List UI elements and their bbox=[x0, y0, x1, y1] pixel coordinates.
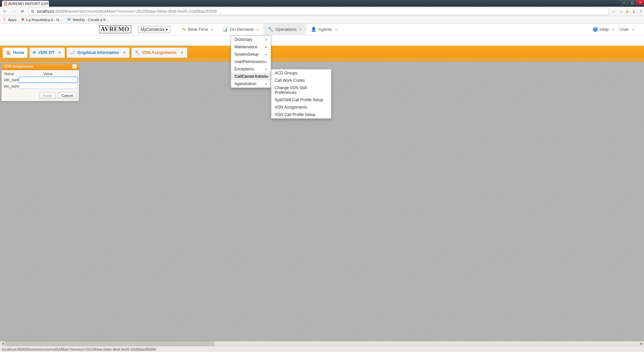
refresh-icon: ⟳ bbox=[33, 50, 36, 55]
tab-graphical-info[interactable]: 📈 Graphical Information × bbox=[67, 48, 129, 58]
menu-agentadmin[interactable]: AgentAdmin▸ bbox=[231, 80, 271, 87]
nav-operations[interactable]: 🔧 Operations▾ bbox=[263, 23, 307, 36]
horizontal-scrollbar[interactable]: ◀ ▶ bbox=[0, 341, 644, 346]
cancel-button[interactable]: Cancel bbox=[58, 92, 77, 99]
tab-favicon: A bbox=[4, 2, 7, 6]
scroll-left-arrow[interactable]: ◀ bbox=[0, 341, 5, 346]
submenu-call-work-codes[interactable]: Call Work Codes bbox=[271, 77, 331, 84]
maximize-button[interactable]: ◻ bbox=[629, 0, 636, 5]
connector-select[interactable]: MyConnector ▾ bbox=[138, 26, 171, 33]
apply-button[interactable]: Apply bbox=[39, 92, 56, 99]
logo: AVREMO bbox=[99, 25, 131, 33]
extension-icon[interactable]: ◧ bbox=[633, 9, 636, 14]
app-root: AVREMO MyConnector ▾ ⇆ Real-Time▾ 📊 On-D… bbox=[0, 23, 644, 352]
page-icon: 🗎 bbox=[31, 9, 35, 14]
url-host: localhost bbox=[37, 9, 54, 14]
menu-userpermissions[interactable]: UserPermissions▸ bbox=[231, 58, 271, 65]
home-icon: 🏠 bbox=[6, 50, 11, 55]
reload-button[interactable]: ⟳ bbox=[19, 8, 25, 14]
bookmark-item[interactable]: WWeebly - Create a fr… bbox=[67, 18, 109, 22]
panel-title: VDN Assignments bbox=[4, 64, 34, 68]
refresh-icon: ⇆ bbox=[182, 27, 186, 32]
nav-agents[interactable]: 👤 Agents▾ bbox=[306, 23, 341, 36]
url-path: :60009/avremo/cms/restful/Main?session=2… bbox=[54, 9, 217, 14]
bookmark-star-icon[interactable]: ☆ bbox=[611, 9, 616, 14]
forward-button: 🡢 bbox=[11, 8, 17, 14]
tab-title: AVREMO REPORT EXPLOR bbox=[8, 2, 49, 6]
tab-vdn-rt[interactable]: ⟳ VDN_RT × bbox=[30, 48, 65, 58]
minimize-button[interactable]: — bbox=[621, 0, 628, 5]
browser-tab[interactable]: A AVREMO REPORT EXPLOR × bbox=[2, 1, 49, 7]
person-icon: 👤 bbox=[311, 27, 316, 32]
submenu-split-skill[interactable]: Split/Skill Call Profile Setup bbox=[271, 96, 331, 104]
nav-user[interactable]: User▾ bbox=[620, 23, 634, 36]
tab-strip-divider bbox=[0, 58, 644, 62]
nav-ondemand[interactable]: 📊 On-Demand▾ bbox=[218, 23, 263, 36]
browser-chrome: A AVREMO REPORT EXPLOR × — ◻ ✕ 🡠 🡢 ⟳ 🗎 l… bbox=[0, 0, 644, 23]
wrench-icon: 🔧 bbox=[135, 50, 140, 55]
submenu-acd-groups[interactable]: ACD Groups bbox=[271, 69, 331, 77]
nav-help[interactable]: ? Help▾ bbox=[593, 23, 614, 36]
row-label: vec_num bbox=[4, 84, 19, 88]
menu-dictionary[interactable]: Dictionary▸ bbox=[231, 36, 271, 43]
close-window-button[interactable]: ✕ bbox=[637, 0, 644, 5]
callcenter-submenu: ACD Groups Call Work Codes Change VDN Sk… bbox=[271, 69, 331, 119]
close-icon[interactable]: × bbox=[72, 64, 77, 69]
tab-home[interactable]: 🏠 Home bbox=[3, 48, 28, 58]
menu-callcenteradmin[interactable]: CallCenterAdmin▸ bbox=[231, 73, 271, 80]
play-icon[interactable]: ▶ bbox=[626, 9, 629, 14]
browser-navbar: 🡠 🡢 ⟳ 🗎 localhost:60009/avremo/cms/restf… bbox=[0, 7, 644, 16]
menu-systemsetup[interactable]: SystemSetup▸ bbox=[231, 51, 271, 58]
row-label: vdn_num bbox=[4, 78, 19, 82]
status-bar: localhost:60009/avremo/cms/restful/Main?… bbox=[0, 346, 644, 352]
top-nav: AVREMO MyConnector ▾ ⇆ Real-Time▾ 📊 On-D… bbox=[0, 23, 644, 36]
nav-realtime[interactable]: ⇆ Real-Time▾ bbox=[177, 23, 217, 36]
tab-vdn-assignments[interactable]: 🔧 VDN Assignments × bbox=[131, 48, 187, 58]
scroll-thumb[interactable] bbox=[5, 341, 214, 346]
close-icon[interactable]: × bbox=[58, 50, 61, 55]
vdn-num-input[interactable] bbox=[19, 77, 77, 82]
operations-menu: Dictionary▸ Maintenance▸ SystemSetup▸ Us… bbox=[231, 36, 271, 88]
scroll-track[interactable] bbox=[5, 341, 639, 346]
device-icon[interactable]: ▭ bbox=[619, 9, 623, 14]
menu-maintenance[interactable]: Maintenance▸ bbox=[231, 43, 271, 51]
bookmarks-bar: ⠿Apps RLa Repubblica.it - H… WWeebly - C… bbox=[0, 16, 644, 23]
submenu-change-vdn-skill[interactable]: Change VDN Skill Preferences bbox=[271, 84, 331, 96]
wrench-icon: 🔧 bbox=[268, 27, 273, 32]
panel-header: VDN Assignments × bbox=[2, 63, 79, 70]
vec-num-input[interactable] bbox=[19, 83, 77, 89]
chart-icon: 📈 bbox=[70, 50, 75, 55]
vdn-assignments-panel: VDN Assignments × Name Value vdn_num vec… bbox=[1, 63, 79, 101]
col-name: Name bbox=[4, 72, 20, 76]
close-icon[interactable]: × bbox=[122, 50, 126, 55]
scroll-right-arrow[interactable]: ▶ bbox=[639, 341, 644, 346]
menu-exceptions[interactable]: Exceptions▸ bbox=[231, 65, 271, 73]
browser-titlebar: A AVREMO REPORT EXPLOR × — ◻ ✕ bbox=[0, 0, 644, 7]
apps-bookmark[interactable]: ⠿Apps bbox=[2, 17, 16, 22]
submenu-vdn-assignments[interactable]: VDN Assignments bbox=[271, 104, 331, 111]
help-icon: ? bbox=[593, 27, 598, 32]
tab-strip: 🏠 Home ⟳ VDN_RT × 📈 Graphical Informatio… bbox=[0, 46, 644, 58]
submenu-vdn-call-profile[interactable]: VDN Call Profile Setup bbox=[271, 111, 331, 118]
chart-icon: 📊 bbox=[222, 27, 228, 32]
col-value: Value bbox=[20, 72, 76, 76]
address-bar[interactable]: 🗎 localhost:60009/avremo/cms/restful/Mai… bbox=[28, 8, 609, 15]
close-icon[interactable]: × bbox=[180, 50, 184, 55]
bookmark-item[interactable]: RLa Repubblica.it - H… bbox=[20, 18, 63, 22]
menu-icon[interactable]: ≡ bbox=[640, 9, 642, 14]
status-text: localhost:60009/avremo/cms/restful/Main?… bbox=[2, 347, 156, 351]
back-button[interactable]: 🡠 bbox=[2, 8, 8, 14]
